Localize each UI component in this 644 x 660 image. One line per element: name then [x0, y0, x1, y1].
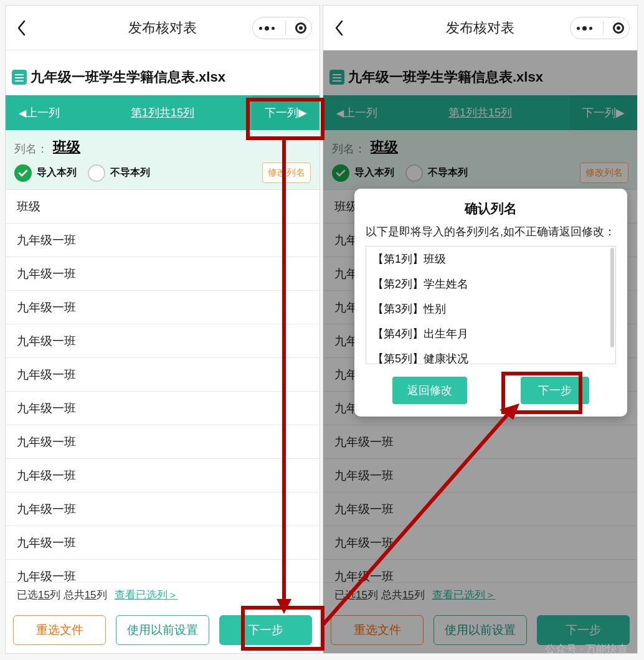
prev-column-button[interactable]: ◀ 上一列 [6, 95, 73, 130]
column-indicator[interactable]: 第1列共15列 [73, 105, 252, 120]
chevron-right-icon: ▶ [298, 106, 307, 120]
selection-summary: 已选15 列 总共15 列 查看已选列＞ [6, 582, 320, 607]
next-column-button[interactable]: 下一列 ▶ [252, 95, 320, 130]
list-item: 班级 [6, 190, 320, 224]
footer-buttons: 重选文件 使用以前设置 下一步 [6, 613, 320, 647]
dialog-column-item: 【第2列】学生姓名 [366, 271, 615, 296]
radio-import[interactable]: 导入本列 [14, 164, 77, 182]
reuse-settings-button[interactable]: 使用以前设置 [116, 615, 209, 645]
column-nav: ◀ 上一列 第1列共15列 下一列 ▶ [6, 95, 320, 130]
page-title: 发布核对表 [446, 19, 514, 37]
back-icon[interactable] [334, 20, 344, 36]
list-item: 九年级一班 [6, 358, 320, 392]
colname-value: 班级 [53, 138, 80, 156]
chevron-left-icon: ◀ [19, 107, 26, 119]
list-item: 九年级一班 [6, 392, 320, 425]
next-step-button[interactable]: 下一步 [219, 615, 312, 645]
wechat-capsule[interactable] [252, 17, 312, 39]
data-list: 班级九年级一班九年级一班九年级一班九年级一班九年级一班九年级一班九年级一班九年级… [6, 190, 320, 593]
more-icon[interactable] [575, 26, 594, 31]
dialog-back-button[interactable]: 返回修改 [392, 377, 467, 404]
confirm-columns-dialog: 确认列名 以下是即将导入的各列列名,如不正确请返回修改： 【第1列】班级【第2列… [354, 189, 627, 417]
more-icon[interactable] [258, 26, 276, 31]
list-item: 九年级一班 [6, 257, 320, 291]
dialog-next-button[interactable]: 下一步 [521, 377, 589, 404]
rename-column-button[interactable]: 修改列名 [262, 163, 311, 183]
close-miniprogram-icon[interactable] [613, 22, 624, 34]
dialog-column-item: 【第4列】出生年月 [366, 321, 615, 346]
dialog-column-list[interactable]: 【第1列】班级【第2列】学生姓名【第3列】性别【第4列】出生年月【第5列】健康状… [366, 246, 616, 364]
excel-file-icon [12, 70, 27, 85]
list-item: 九年级一班 [6, 526, 320, 560]
reselect-file-button[interactable]: 重选文件 [13, 615, 106, 645]
check-circle-icon [14, 164, 32, 182]
view-selected-link[interactable]: 查看已选列＞ [115, 588, 178, 602]
header: 发布核对表 [323, 6, 637, 50]
list-item: 九年级一班 [6, 425, 320, 459]
close-miniprogram-icon[interactable] [295, 22, 306, 34]
column-header-panel: 列名： 班级 导入本列 不导本列 修改列名 [6, 130, 320, 190]
dialog-message: 以下是即将导入的各列列名,如不正确请返回修改： [366, 224, 616, 240]
header: 发布核对表 [6, 6, 320, 50]
list-item: 九年级一班 [6, 291, 320, 324]
phone-right: 发布核对表 九年级一班学生学籍信息表.xlsx ◀ 上一列 第1列共15列 [323, 5, 638, 654]
phone-left: 发布核对表 九年级一班学生学籍信息表.xlsx ◀ 上一列 第1列共15列 [5, 5, 320, 654]
radio-skip[interactable]: 不导本列 [88, 164, 150, 182]
dialog-column-item: 【第3列】性别 [366, 296, 615, 321]
list-item: 九年级一班 [6, 224, 320, 257]
back-icon[interactable] [17, 20, 27, 36]
dialog-column-item: 【第5列】健康状况 [366, 346, 615, 364]
scrollbar[interactable] [610, 248, 614, 347]
list-item: 九年级一班 [6, 459, 320, 493]
radio-unselected-icon [88, 164, 105, 182]
dialog-column-item: 【第1列】班级 [366, 247, 615, 271]
dialog-title: 确认列名 [366, 200, 616, 217]
list-item: 九年级一班 [6, 493, 320, 526]
page-title: 发布核对表 [128, 19, 197, 37]
list-item: 九年级一班 [6, 324, 320, 358]
file-row: 九年级一班学生学籍信息表.xlsx [6, 50, 320, 95]
file-name: 九年级一班学生学籍信息表.xlsx [31, 68, 225, 87]
wechat-capsule[interactable] [570, 17, 630, 39]
colname-label: 列名： [14, 141, 48, 156]
